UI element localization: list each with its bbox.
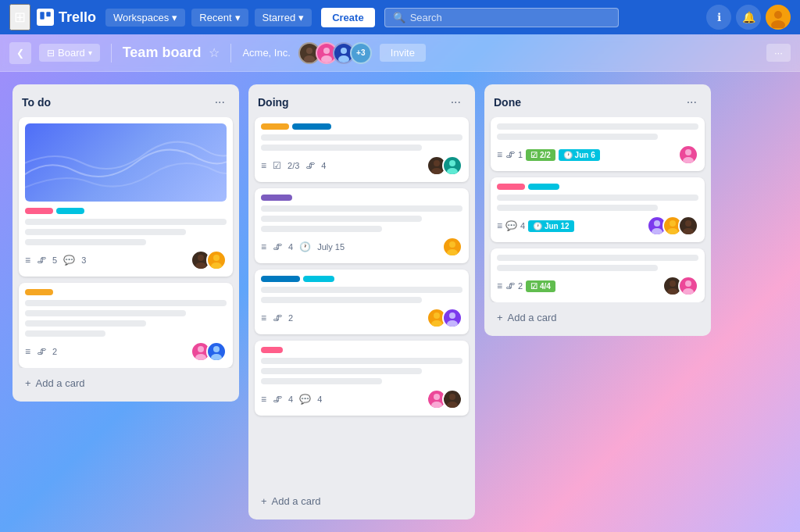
svg-point-33 <box>683 157 694 163</box>
star-button[interactable]: ☆ <box>209 45 220 60</box>
comment-icon: 💬 <box>505 220 517 231</box>
svg-point-2 <box>774 11 782 19</box>
list-icon: ≡ <box>261 394 266 405</box>
create-button[interactable]: Create <box>321 8 374 27</box>
table-row[interactable]: ≡ 💬 4 🕐 Jun 12 <box>491 177 705 242</box>
table-row[interactable]: ≡ ☑ 2/3 🖇 4 <box>255 117 469 182</box>
add-card-done-button[interactable]: + Add a card <box>488 305 708 330</box>
svg-point-29 <box>431 402 442 408</box>
col-menu-todo[interactable]: ··· <box>210 94 230 111</box>
list-icon: ≡ <box>497 280 502 291</box>
label-pink <box>25 208 53 214</box>
table-row[interactable]: ≡ 🖇 2 <box>255 270 469 334</box>
invite-button[interactable]: Invite <box>380 44 426 62</box>
svg-point-22 <box>449 241 455 248</box>
notifications-button[interactable]: 🔔 <box>736 5 761 30</box>
workspaces-button[interactable]: Workspaces ▾ <box>105 9 185 27</box>
svg-point-38 <box>685 220 691 227</box>
user-avatar[interactable] <box>766 5 791 30</box>
subbar: ❮ ⊟ Board ▾ Team board ☆ Acme, Inc. +3 I… <box>0 34 800 72</box>
board-view-button[interactable]: ⊟ Board ▾ <box>39 44 100 62</box>
attachment-icon: 🖇 <box>505 149 515 160</box>
comment-count: 4 <box>520 221 525 230</box>
label-teal <box>303 276 334 282</box>
svg-point-21 <box>447 168 458 174</box>
card-member-avatar <box>442 237 462 257</box>
svg-point-37 <box>667 228 678 234</box>
info-button[interactable]: ℹ <box>706 5 731 30</box>
card-member-avatar <box>678 276 698 296</box>
svg-point-13 <box>211 262 222 269</box>
card-labels <box>261 195 462 201</box>
card-text-line <box>497 195 698 201</box>
card-avatar-group <box>427 389 462 409</box>
board-icon: ⊟ <box>47 48 55 59</box>
checklist-badge: ☑ 2/2 <box>526 149 555 161</box>
attachment-icon: 🖇 <box>273 241 282 252</box>
card-text-line <box>497 205 658 211</box>
table-row[interactable]: ≡ 🖇 1 ☑ 2/2 🕐 Jun 6 <box>491 117 705 171</box>
label-cyan <box>56 208 84 214</box>
card-cover-image <box>25 123 227 202</box>
card-meta: ≡ 🖇 2 <box>25 341 227 362</box>
card-text-line <box>497 123 698 130</box>
board-avatar-group: +3 <box>298 42 372 64</box>
svg-point-5 <box>304 55 315 62</box>
col-cards-done: ≡ 🖇 1 ☑ 2/2 🕐 Jun 6 <box>484 117 711 302</box>
list-icon: ≡ <box>25 255 30 266</box>
board: To do ··· ≡ 🖇 5 💬 <box>0 72 800 532</box>
add-card-doing-button[interactable]: + Add a card <box>252 489 472 513</box>
sidebar-toggle-button[interactable]: ❮ <box>9 42 31 64</box>
table-row[interactable]: ≡ 🖇 4 🕐 July 15 <box>255 188 469 263</box>
card-meta: ≡ 🖇 2 <box>261 308 462 328</box>
logo: Trello <box>37 9 96 26</box>
card-text-line <box>497 134 658 140</box>
label-teal <box>528 184 559 190</box>
col-menu-done[interactable]: ··· <box>682 94 702 111</box>
table-row[interactable]: ≡ 🖇 2 <box>19 283 233 368</box>
card-text-line <box>497 255 698 261</box>
svg-point-10 <box>198 255 204 261</box>
table-row[interactable]: ≡ 🖇 4 💬 4 <box>255 341 469 416</box>
svg-point-7 <box>321 55 332 62</box>
card-cover <box>25 123 227 202</box>
table-row[interactable]: ≡ 🖇 5 💬 3 <box>19 117 233 277</box>
attachment-icon: 🖇 <box>37 346 46 357</box>
workspace-name: Acme, Inc. <box>242 47 290 59</box>
svg-point-15 <box>195 354 206 360</box>
label-magenta <box>261 347 283 353</box>
list-icon: ≡ <box>25 346 30 357</box>
add-card-label: Add a card <box>272 495 321 507</box>
starred-button[interactable]: Starred ▾ <box>255 9 312 27</box>
card-member-avatar <box>678 216 698 236</box>
svg-point-31 <box>447 402 458 408</box>
card-text-line <box>25 330 105 337</box>
col-menu-doing[interactable]: ··· <box>446 94 466 111</box>
svg-point-23 <box>447 249 458 255</box>
apps-icon[interactable]: ⊞ <box>9 4 30 30</box>
card-text-line <box>261 205 462 212</box>
svg-point-36 <box>670 220 676 227</box>
divider <box>111 44 112 62</box>
svg-point-16 <box>213 346 220 352</box>
card-meta: ≡ 🖇 1 ☑ 2/2 🕐 Jun 6 <box>497 145 698 165</box>
recent-button[interactable]: Recent ▾ <box>191 9 248 27</box>
comment-icon: 💬 <box>299 394 311 405</box>
svg-point-8 <box>341 48 347 54</box>
card-text-line <box>25 320 146 327</box>
card-avatar-group <box>427 155 462 176</box>
logo-text: Trello <box>59 9 96 26</box>
board-more-button[interactable]: ··· <box>766 44 791 62</box>
card-labels <box>261 276 462 282</box>
search-input[interactable] <box>410 12 610 23</box>
card-member-avatar <box>442 389 462 409</box>
card-member-avatar <box>206 250 227 270</box>
table-row[interactable]: ≡ 🖇 2 ☑ 4/4 <box>491 248 705 302</box>
label-purple <box>261 195 292 201</box>
card-text-line <box>25 310 186 316</box>
svg-rect-0 <box>40 12 44 19</box>
add-card-todo-button[interactable]: + Add a card <box>16 371 236 395</box>
col-header-doing: Doing ··· <box>248 84 475 117</box>
attachment-count: 4 <box>288 395 293 404</box>
svg-point-30 <box>449 394 455 400</box>
